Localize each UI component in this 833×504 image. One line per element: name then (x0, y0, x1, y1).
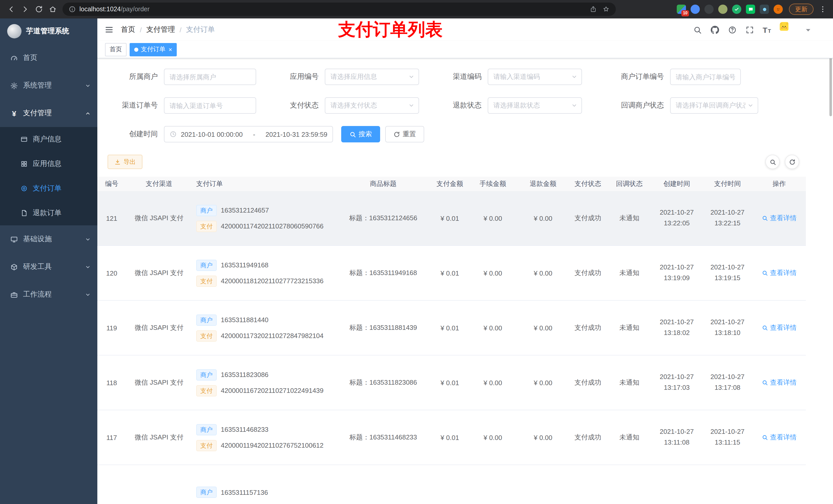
sidebar-item-dev-tools[interactable]: 研发工具 (0, 253, 97, 281)
notify-status-filter-label: 回调商户状态 (596, 101, 670, 110)
browser-home-icon[interactable] (46, 2, 60, 16)
extension-dark-icon[interactable] (705, 5, 714, 14)
page-annotation: 支付订单列表 (338, 18, 443, 42)
app-logo (7, 24, 22, 39)
hamburger-icon[interactable] (104, 25, 114, 34)
cell-amount: ¥ 0.01 (432, 269, 468, 277)
tab-close-icon[interactable]: × (169, 46, 172, 52)
cell-id: 118 (97, 379, 126, 386)
sidebar-menu: 首页 系统管理 ¥ 支付管理 商户信息 (0, 44, 97, 308)
sidebar-item-label: 工作流程 (23, 290, 52, 299)
download-icon (114, 159, 121, 165)
table-row-partial[interactable]: 商户 1635311157136 (97, 465, 806, 504)
table-row[interactable]: 117 微信 JSAPI 支付 商户 1635311468233 支付 4200… (97, 410, 806, 465)
refresh-table-button[interactable] (785, 155, 799, 169)
tab-label: 首页 (110, 45, 122, 54)
browser-update-button[interactable]: 更新 (789, 4, 813, 15)
browser-forward-icon[interactable] (18, 2, 32, 16)
header-search-icon[interactable] (693, 25, 701, 34)
sidebar-item-merchant-info[interactable]: 商户信息 (0, 127, 97, 152)
tab-pay-order[interactable]: 支付订单 × (129, 43, 177, 56)
extension-olive-icon[interactable] (718, 5, 728, 14)
sidebar: 芋道管理系统 首页 系统管理 ¥ 支付管理 (0, 19, 97, 504)
col-header-order: 支付订单 (192, 179, 335, 189)
browser-back-icon[interactable] (4, 2, 18, 16)
view-detail-link[interactable]: 查看详情 (762, 214, 796, 223)
profile-avatar-icon[interactable] (774, 5, 783, 14)
search-button[interactable]: 搜索 (341, 126, 380, 142)
export-button[interactable]: 导出 (108, 155, 142, 169)
channel-order-no-input[interactable] (164, 97, 256, 114)
sidebar-item-system[interactable]: 系统管理 (0, 72, 97, 99)
col-header-channel: 支付渠道 (126, 179, 192, 189)
select-placeholder: 请选择退款状态 (493, 101, 540, 110)
merchant-order-no-input[interactable] (670, 69, 741, 85)
bookmark-star-icon[interactable] (602, 6, 610, 13)
document-icon (21, 210, 28, 217)
cell-notify: 未通知 (608, 433, 651, 442)
col-header-id: 编号 (97, 179, 126, 189)
table-row[interactable]: 118 微信 JSAPI 支付 商户 1635311823086 支付 4200… (97, 356, 806, 410)
col-header-notify: 回调状态 (608, 179, 651, 189)
col-header-actions: 操作 (753, 179, 806, 189)
site-info-icon[interactable] (69, 6, 76, 13)
help-icon[interactable] (728, 25, 736, 34)
breadcrumb-home[interactable]: 首页 (121, 25, 135, 34)
reset-button[interactable]: 重置 (385, 126, 424, 142)
monitor-icon (10, 235, 18, 243)
sidebar-item-pay-order[interactable]: 支付订单 (0, 176, 97, 201)
cell-fee: ¥ 0.00 (468, 379, 518, 386)
view-detail-link[interactable]: 查看详情 (762, 378, 796, 387)
page-content: 所属商户 应用编号 请选择应用信息 渠道编码 请输入渠道编码 商户订单编号 (97, 58, 833, 504)
view-detail-link[interactable]: 查看详情 (762, 323, 796, 332)
extension-bird-icon[interactable] (760, 5, 769, 14)
sidebar-item-pay[interactable]: ¥ 支付管理 (0, 99, 97, 127)
cell-amount: ¥ 0.01 (432, 379, 468, 386)
notify-status-select[interactable]: 请选择订单回调商户状态 (670, 97, 758, 114)
address-bar[interactable]: localhost:1024/pay/order (63, 3, 616, 16)
extension-blue-icon[interactable] (691, 5, 700, 14)
breadcrumb-section[interactable]: 支付管理 (146, 25, 175, 34)
sidebar-item-home[interactable]: 首页 (0, 44, 97, 72)
github-icon[interactable] (710, 25, 719, 34)
share-icon[interactable] (590, 6, 597, 13)
date-range-separator: - (247, 130, 261, 138)
col-header-pay-time: 支付时间 (703, 179, 753, 189)
view-detail-link[interactable]: 查看详情 (762, 433, 796, 442)
chevron-down-icon (571, 74, 577, 80)
app-logo-row[interactable]: 芋道管理系统 (0, 19, 97, 44)
browser-reload-icon[interactable] (32, 2, 46, 16)
extension-grid-icon[interactable]: 10 (677, 5, 686, 14)
extension-chat-icon[interactable] (746, 5, 755, 14)
font-size-icon[interactable]: TT (763, 25, 771, 34)
merchant-filter-input[interactable] (164, 69, 256, 85)
channel-code-select[interactable]: 请输入渠道编码 (488, 69, 582, 85)
pay-submenu: 商户信息 应用信息 支付订单 退款订单 (0, 127, 97, 225)
extension-check-icon[interactable] (732, 5, 741, 14)
hide-search-button[interactable] (765, 155, 780, 169)
pay-tag: 支付 (196, 275, 217, 287)
pay-tag: 支付 (196, 440, 217, 451)
sidebar-item-refund-order[interactable]: 退款订单 (0, 201, 97, 225)
view-detail-link[interactable]: 查看详情 (762, 268, 796, 278)
sidebar-item-app-info[interactable]: 应用信息 (0, 152, 97, 176)
cell-action: 查看详情 (753, 378, 806, 387)
cell-action: 查看详情 (753, 268, 806, 278)
avatar-caret-icon[interactable] (804, 25, 812, 34)
cell-fee: ¥ 0.00 (468, 214, 518, 222)
fullscreen-icon[interactable] (745, 25, 754, 34)
user-avatar[interactable] (780, 22, 795, 38)
table-row[interactable]: 120 微信 JSAPI 支付 商户 1635311949168 支付 4200… (97, 246, 806, 301)
pay-status-select[interactable]: 请选择支付状态 (325, 97, 419, 114)
app-no-select[interactable]: 请选择应用信息 (325, 69, 419, 85)
sidebar-item-workflow[interactable]: 工作流程 (0, 281, 97, 308)
cell-amount: ¥ 0.01 (432, 434, 468, 441)
create-time-range-picker[interactable]: 2021-10-01 00:00:00 - 2021-10-31 23:59:5… (164, 126, 333, 142)
tab-home[interactable]: 首页 (105, 43, 126, 56)
browser-menu-icon[interactable] (819, 5, 827, 13)
table-row[interactable]: 121 微信 JSAPI 支付 商户 1635312124657 支付 4200… (97, 191, 806, 246)
date-range-start: 2021-10-01 00:00:00 (181, 130, 243, 138)
table-row[interactable]: 119 微信 JSAPI 支付 商户 1635311881440 支付 4200… (97, 301, 806, 356)
sidebar-item-infra[interactable]: 基础设施 (0, 225, 97, 253)
refund-status-select[interactable]: 请选择退款状态 (488, 97, 582, 114)
